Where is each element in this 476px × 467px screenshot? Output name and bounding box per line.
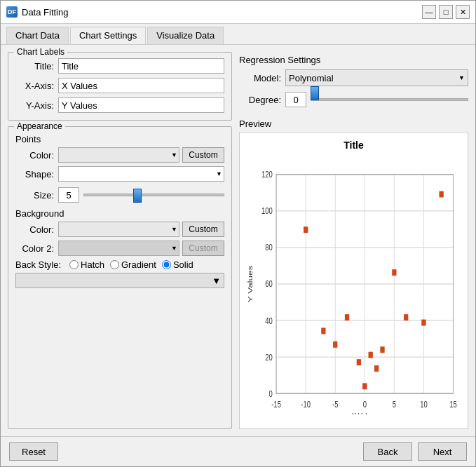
footer-right: Back Next xyxy=(363,442,467,461)
next-button[interactable]: Next xyxy=(418,442,467,461)
tab-chart-settings[interactable]: Chart Settings xyxy=(70,27,146,44)
chart-preview: Title xyxy=(239,132,468,429)
appearance-group: Appearance Points Color: ▼ Custom Shape:… xyxy=(8,126,232,429)
svg-text:0: 0 xyxy=(363,399,367,409)
right-panel: Regression Settings Model: Polynomial ▼ … xyxy=(239,52,468,429)
title-input[interactable] xyxy=(58,58,224,74)
data-point xyxy=(321,327,325,334)
svg-text:-15: -15 xyxy=(271,399,281,409)
gradient-radio[interactable] xyxy=(110,260,119,269)
regression-section-label: Regression Settings xyxy=(239,55,468,65)
yaxis-row: Y-Axis: xyxy=(15,97,224,113)
footer: Reset Back Next xyxy=(1,436,475,466)
data-point xyxy=(421,320,426,326)
xaxis-input[interactable] xyxy=(58,78,224,93)
bg-color2-label: Color 2: xyxy=(15,243,54,254)
points-color-custom-button[interactable]: Custom xyxy=(182,147,224,163)
minimize-button[interactable]: — xyxy=(422,5,436,19)
data-point xyxy=(345,314,349,320)
data-point xyxy=(404,314,408,320)
maximize-button[interactable]: □ xyxy=(439,5,453,19)
chart-labels-group: Chart Labels Title: X-Axis: Y-Axis: xyxy=(8,52,232,121)
main-content: Chart Labels Title: X-Axis: Y-Axis: Appe… xyxy=(1,45,475,436)
solid-radio[interactable] xyxy=(162,260,171,269)
background-label: Background xyxy=(15,208,224,219)
back-style-label: Back Style: xyxy=(15,259,61,270)
radio-solid[interactable]: Solid xyxy=(162,259,193,270)
size-label: Size: xyxy=(15,190,54,201)
data-point xyxy=(380,346,384,353)
svg-text:80: 80 xyxy=(265,243,273,252)
points-color-arrow: ▼ xyxy=(171,151,177,158)
points-label: Points xyxy=(15,134,224,144)
points-color-label: Color: xyxy=(15,150,54,161)
data-point xyxy=(333,341,337,348)
degree-slider-container xyxy=(311,92,468,107)
shape-label: Shape: xyxy=(15,169,54,180)
bg-color2-dropdown: ▼ xyxy=(58,241,179,256)
hatch-label: Hatch xyxy=(81,259,104,270)
degree-row: Degree: 0 xyxy=(239,92,468,107)
data-point xyxy=(374,365,379,372)
appearance-group-label: Appearance xyxy=(14,121,65,131)
degree-slider-thumb[interactable] xyxy=(311,86,319,100)
svg-text:60: 60 xyxy=(265,279,273,289)
bg-color2-custom-button: Custom xyxy=(182,241,224,256)
svg-text:X Values: X Values xyxy=(352,412,378,414)
svg-text:0: 0 xyxy=(269,388,273,398)
hatch-dropdown-arrow: ▼ xyxy=(212,276,221,286)
left-panel: Chart Labels Title: X-Axis: Y-Axis: Appe… xyxy=(8,52,232,429)
tab-chart-data[interactable]: Chart Data xyxy=(6,27,69,44)
points-color-dropdown[interactable]: ▼ xyxy=(58,147,179,163)
window-controls: — □ ✕ xyxy=(422,5,470,19)
svg-text:120: 120 xyxy=(261,170,273,180)
bg-color-dropdown[interactable]: ▼ xyxy=(58,222,179,237)
data-point xyxy=(392,269,396,276)
main-window: DF Data Fitting — □ ✕ Chart Data Chart S… xyxy=(0,0,476,467)
reset-button[interactable]: Reset xyxy=(9,442,58,461)
bg-color-custom-button[interactable]: Custom xyxy=(182,222,224,237)
radio-hatch[interactable]: Hatch xyxy=(69,259,104,270)
model-dropdown-arrow: ▼ xyxy=(458,74,465,81)
preview-section: Preview Title xyxy=(239,119,468,429)
size-value: 5 xyxy=(58,187,79,203)
close-button[interactable]: ✕ xyxy=(456,5,470,19)
svg-text:Y Values: Y Values xyxy=(247,266,254,303)
title-bar: DF Data Fitting — □ ✕ xyxy=(1,1,475,24)
svg-text:5: 5 xyxy=(393,399,396,409)
bg-color2-arrow: ▼ xyxy=(171,245,177,252)
data-point xyxy=(362,383,367,389)
svg-text:40: 40 xyxy=(265,316,273,325)
chart-preview-title: Title xyxy=(247,140,461,151)
bg-color-label: Color: xyxy=(15,224,54,235)
back-button[interactable]: Back xyxy=(363,442,412,461)
back-style-row: Back Style: Hatch Gradient Solid xyxy=(15,259,224,270)
hatch-style-dropdown: ▼ xyxy=(15,273,224,288)
size-slider-thumb[interactable] xyxy=(133,189,142,203)
model-value: Polynomial xyxy=(289,73,334,83)
model-label: Model: xyxy=(239,73,281,83)
model-dropdown[interactable]: Polynomial ▼ xyxy=(285,69,468,86)
tab-bar: Chart Data Chart Settings Visualize Data xyxy=(1,24,475,45)
points-color-row: Color: ▼ Custom xyxy=(15,147,224,163)
radio-gradient[interactable]: Gradient xyxy=(110,259,156,270)
bg-color2-row: Color 2: ▼ Custom xyxy=(15,241,224,256)
title-row: Title: xyxy=(15,58,224,74)
solid-label: Solid xyxy=(173,259,193,270)
hatch-radio[interactable] xyxy=(69,260,79,269)
yaxis-input[interactable] xyxy=(58,97,224,113)
degree-value: 0 xyxy=(285,92,306,107)
xaxis-row: X-Axis: xyxy=(15,78,224,93)
bg-color-row: Color: ▼ Custom xyxy=(15,222,224,237)
degree-slider-track xyxy=(311,98,468,101)
size-slider-track xyxy=(83,194,224,196)
footer-left: Reset xyxy=(9,442,363,461)
window-title: Data Fitting xyxy=(22,7,418,18)
size-slider-container xyxy=(83,187,224,203)
model-row: Model: Polynomial ▼ xyxy=(239,69,468,86)
shape-dropdown[interactable]: ▼ xyxy=(58,166,224,182)
regression-section: Regression Settings Model: Polynomial ▼ … xyxy=(239,52,468,113)
app-icon: DF xyxy=(6,6,18,18)
tab-visualize-data[interactable]: Visualize Data xyxy=(147,27,224,44)
data-point xyxy=(369,352,373,358)
